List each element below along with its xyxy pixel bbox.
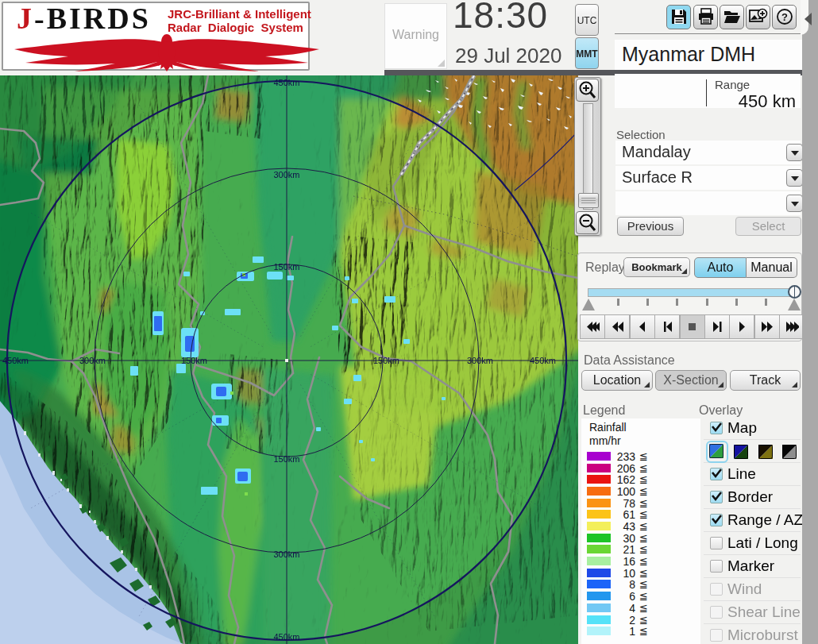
svg-text:150km: 150km <box>373 356 399 365</box>
svg-text:?: ? <box>781 11 788 23</box>
svg-text:300km: 300km <box>79 356 106 365</box>
svg-text:300km: 300km <box>273 550 299 559</box>
svg-text:450km: 450km <box>2 356 29 365</box>
svg-text:450km: 450km <box>273 632 299 642</box>
svg-text:150km: 150km <box>181 356 207 365</box>
svg-text:150km: 150km <box>273 262 299 272</box>
svg-text:300km: 300km <box>273 170 299 179</box>
svg-text:300km: 300km <box>467 356 493 365</box>
svg-text:450km: 450km <box>273 78 299 87</box>
svg-text:150km: 150km <box>273 454 299 464</box>
svg-text:450km: 450km <box>530 356 556 365</box>
